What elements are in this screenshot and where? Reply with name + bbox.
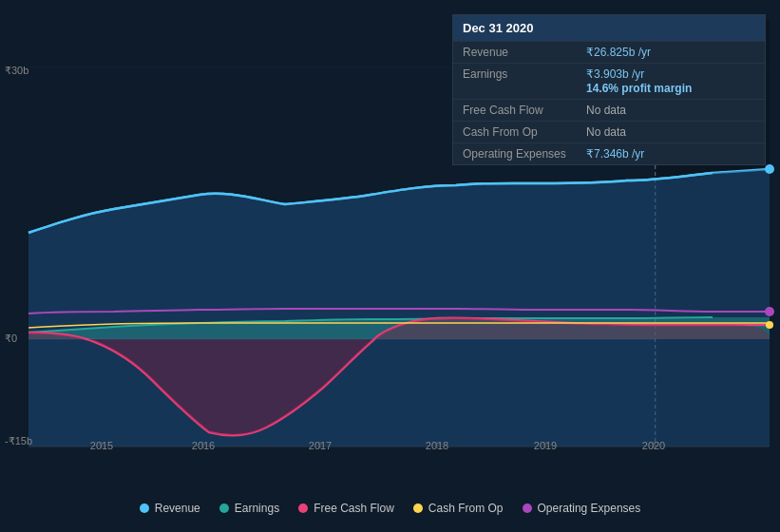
- legend-dot-fcf: [298, 504, 308, 513]
- x-label-2015: 2015: [90, 440, 113, 451]
- legend-label-revenue: Revenue: [155, 502, 200, 515]
- tooltip-cfo-value: No data: [586, 125, 626, 139]
- tooltip-opex-value: ₹7.346b /yr: [586, 147, 644, 161]
- tooltip-date: Dec 31 2020: [453, 15, 765, 41]
- tooltip-cfo-row: Cash From Op No data: [453, 121, 765, 142]
- x-label-2020: 2020: [642, 440, 665, 451]
- tooltip-box: Dec 31 2020 Revenue ₹26.825b /yr Earning…: [452, 14, 766, 165]
- tooltip-revenue-label: Revenue: [463, 46, 586, 59]
- legend-dot-opex: [523, 504, 532, 513]
- y-label-30b: ₹30b: [5, 65, 29, 77]
- tooltip-fcf-row: Free Cash Flow No data: [453, 99, 765, 121]
- tooltip-opex-label: Operating Expenses: [463, 147, 586, 161]
- tooltip-fcf-label: Free Cash Flow: [463, 104, 586, 117]
- svg-point-8: [766, 321, 773, 329]
- x-label-2016: 2016: [192, 440, 215, 451]
- legend-dot-cfo: [413, 504, 423, 513]
- x-label-2018: 2018: [426, 440, 448, 451]
- svg-point-6: [765, 164, 774, 174]
- chart-legend: Revenue Earnings Free Cash Flow Cash Fro…: [0, 484, 780, 532]
- legend-label-fcf: Free Cash Flow: [314, 502, 394, 515]
- tooltip-earnings-row: Earnings ₹3.903b /yr 14.6% profit margin: [453, 63, 765, 99]
- legend-dot-revenue: [140, 504, 149, 513]
- tooltip-earnings-label: Earnings: [463, 67, 586, 81]
- x-label-2017: 2017: [309, 440, 332, 451]
- legend-dot-earnings: [219, 504, 229, 513]
- tooltip-opex-row: Operating Expenses ₹7.346b /yr: [453, 142, 765, 164]
- legend-item-fcf[interactable]: Free Cash Flow: [298, 502, 394, 515]
- legend-item-opex[interactable]: Operating Expenses: [523, 502, 641, 515]
- tooltip-revenue-row: Revenue ₹26.825b /yr: [453, 41, 765, 63]
- legend-label-earnings: Earnings: [235, 502, 279, 515]
- x-label-2019: 2019: [534, 440, 557, 451]
- legend-label-opex: Operating Expenses: [538, 502, 641, 515]
- legend-item-revenue[interactable]: Revenue: [140, 502, 200, 515]
- tooltip-revenue-value: ₹26.825b /yr: [586, 46, 651, 59]
- y-label-0: ₹0: [5, 332, 17, 345]
- tooltip-profit-margin: 14.6% profit margin: [586, 82, 692, 95]
- svg-point-7: [765, 307, 774, 316]
- tooltip-earnings-value: ₹3.903b /yr: [586, 67, 644, 81]
- y-label-neg15b: -₹15b: [5, 435, 32, 447]
- legend-item-cfo[interactable]: Cash From Op: [413, 502, 504, 515]
- tooltip-cfo-label: Cash From Op: [463, 125, 586, 139]
- legend-label-cfo: Cash From Op: [428, 502, 504, 515]
- legend-item-earnings[interactable]: Earnings: [219, 502, 279, 515]
- tooltip-fcf-value: No data: [586, 104, 626, 117]
